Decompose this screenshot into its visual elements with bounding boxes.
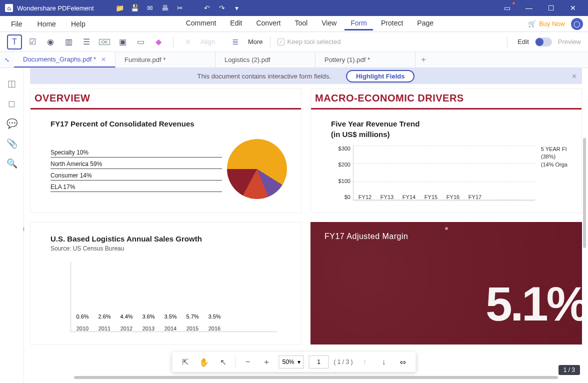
tab-label: Documents_Graphs.pdf * [23, 56, 96, 63]
pie-chart [227, 139, 287, 199]
menu-form[interactable]: Form [344, 17, 373, 30]
overview-panel: OVERVIEW FY17 Percent of Consolidated Re… [30, 88, 302, 213]
menu-convert[interactable]: Convert [250, 17, 286, 30]
keep-tool-selected-toggle[interactable]: ✓ Keep tool selected [278, 38, 341, 46]
menu-home[interactable]: Home [32, 18, 62, 30]
print-icon[interactable]: 🖶 [161, 4, 169, 12]
buy-now-label: Buy Now [539, 20, 565, 28]
close-icon[interactable]: ✕ [101, 56, 106, 63]
app-name: Wondershare PDFelement [17, 4, 94, 12]
radio-tool[interactable]: ◉ [43, 34, 58, 50]
menu-protect[interactable]: Protect [375, 17, 409, 30]
overview-chart: Specialty 10% North America 59% Consumer… [50, 139, 287, 199]
overview-chart-title: FY17 Percent of Consolidated Revenues [50, 120, 287, 128]
minimize-button[interactable]: — [519, 0, 539, 16]
bar-column: 5.7%2015 [183, 314, 202, 332]
buy-now-button[interactable]: 🛒 Buy Now [528, 20, 565, 28]
menu-help[interactable]: Help [65, 18, 92, 30]
menu-page[interactable]: Page [411, 17, 440, 30]
chevron-down-icon: ▾ [298, 358, 300, 366]
titlebar: ⏢ Wondershare PDFelement 📁 💾 ✉ 🖶 ✂ ↶ ↷ ▾… [0, 0, 588, 16]
close-button[interactable]: ✕ [563, 0, 583, 16]
ylabel: $0 [330, 194, 350, 200]
tab-furniture[interactable]: Furniture.pdf * [116, 52, 216, 68]
highlight-fields-button[interactable]: Highlight Fields [346, 70, 415, 82]
annot-line: (14% Orga [541, 161, 568, 168]
zoom-select[interactable]: 50% ▾ [278, 356, 304, 368]
bookmark-icon[interactable]: ◻ [6, 98, 18, 109]
horizontal-scrollbar[interactable] [74, 376, 558, 379]
cut-icon[interactable]: ✂ [176, 4, 184, 12]
edit-preview-switch[interactable] [535, 38, 552, 46]
dropdown-icon[interactable]: ▾ [233, 4, 241, 12]
macro-bar-chart: $300 $200 $100 $0 FY12FY13FY14FY15FY16FY… [353, 146, 535, 200]
zoom-value: 50% [282, 358, 294, 366]
fit-page-icon[interactable]: ⇱ [178, 355, 192, 369]
new-tab-button[interactable]: ＋ [416, 52, 432, 68]
text-field-tool[interactable]: T [7, 34, 22, 50]
zoom-out-icon[interactable]: − [240, 355, 254, 369]
fit-width-icon[interactable]: ⇔ [396, 355, 410, 369]
bar-column: 3.5%2016 [205, 314, 224, 332]
menu-view[interactable]: View [316, 17, 342, 30]
close-icon[interactable]: ✕ [572, 72, 577, 80]
user-avatar[interactable]: ◯ [571, 18, 583, 30]
tab-logistics[interactable]: Logistics (2).pdf [216, 52, 316, 68]
page-number-input[interactable] [309, 356, 329, 368]
menu-tool[interactable]: Tool [289, 17, 314, 30]
overview-title: OVERVIEW [30, 90, 301, 106]
form-toolbar: T ☑ ◉ ▥ ☰ OK ▣ ▭ ◆ ≡ Align ≣ More ✓ Keep… [0, 32, 588, 52]
bar-column: FY12 [356, 190, 374, 200]
eraser-tool[interactable]: ◆ [151, 34, 166, 50]
checkbox-tool[interactable]: ☑ [25, 34, 40, 50]
margin-tile: FY17 Adjusted Margin 5.1% [310, 222, 582, 344]
list-tool[interactable]: ☰ [79, 34, 94, 50]
legend-item: North America 59% [50, 158, 222, 169]
legend-item: Specialty 10% [50, 146, 222, 158]
align-icon[interactable]: ≡ [180, 34, 196, 50]
menu-comment[interactable]: Comment [180, 17, 222, 30]
signature-tool[interactable]: ▭ [133, 34, 148, 50]
search-icon[interactable]: 🔍 [6, 158, 18, 169]
folder-icon[interactable]: 📁 [116, 4, 124, 12]
combo-tool[interactable]: ▥ [61, 34, 76, 50]
logistics-chart-source: Source: US Census Bureau [50, 245, 287, 252]
tab-pottery[interactable]: Pottery (1).pdf * [316, 52, 416, 68]
page-down-icon[interactable]: ↓ [377, 355, 391, 369]
undo-icon[interactable]: ↶ [203, 4, 211, 12]
more-icon[interactable]: ≣ [228, 34, 243, 50]
menu-file[interactable]: File [5, 18, 28, 30]
save-icon[interactable]: 💾 [131, 4, 139, 12]
select-tool-icon[interactable]: ↖ [216, 355, 230, 369]
vertical-scrollbar[interactable] [583, 138, 586, 248]
redo-icon[interactable]: ↷ [218, 4, 226, 12]
document-area[interactable]: OVERVIEW FY17 Percent of Consolidated Re… [30, 88, 582, 378]
zoom-in-icon[interactable]: ＋ [260, 355, 274, 369]
attachments-icon[interactable]: 📎 [6, 138, 18, 149]
logistics-bar-chart: 0.6%20102.6%20114.4%20123.6%20133.5%2014… [70, 262, 277, 332]
tabs-overflow-icon[interactable]: ⤡ [0, 52, 14, 68]
image-tool[interactable]: ▣ [115, 34, 130, 50]
hand-tool-icon[interactable]: ✋ [197, 355, 211, 369]
bar-column: 3.6%2013 [139, 314, 158, 332]
margin-value: 5.1% [486, 276, 582, 332]
menu-bar: File Home Help Comment Edit Convert Tool… [0, 16, 588, 32]
menu-edit[interactable]: Edit [224, 17, 248, 30]
cart-icon: 🛒 [528, 20, 536, 28]
bar-column: FY15 [422, 190, 440, 200]
ylabel: $300 [330, 146, 350, 152]
macro-panel: MACRO-ECONOMIC DRIVERS Five Year Revenue… [310, 88, 582, 213]
more-label[interactable]: More [248, 38, 263, 46]
comments-icon[interactable]: 💬 [6, 118, 18, 129]
maximize-button[interactable]: ☐ [541, 0, 561, 16]
button-tool[interactable]: OK [97, 34, 112, 50]
page-count-label: ( 1 / 3 ) [334, 358, 353, 366]
notifications-icon[interactable]: ▭ [497, 0, 517, 16]
tab-documents-graphs[interactable]: Documents_Graphs.pdf * ✕ [14, 52, 116, 68]
page-up-icon[interactable]: ↑ [358, 355, 372, 369]
page-nav-toolbar: ⇱ ✋ ↖ − ＋ 50% ▾ ( 1 / 3 ) ↑ ↓ ⇔ [172, 352, 416, 372]
bar-column: 3.5%2014 [161, 314, 180, 332]
thumbnails-icon[interactable]: ◫ [6, 78, 18, 89]
mail-icon[interactable]: ✉ [146, 4, 154, 12]
logistics-chart-title: U.S. Based Logistics Annual Sales Growth [50, 234, 287, 243]
